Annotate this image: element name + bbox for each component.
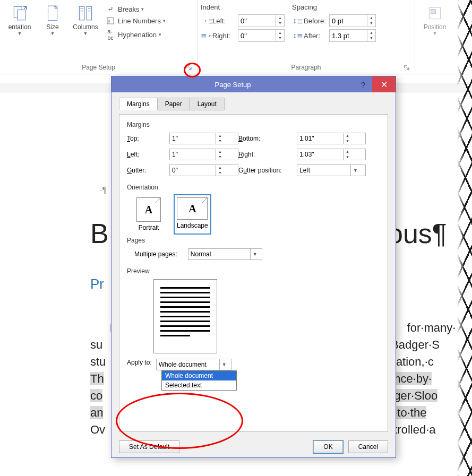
close-button[interactable]: ✕ — [372, 76, 396, 92]
spin-down-icon[interactable]: ▼ — [276, 36, 284, 41]
left-spin[interactable]: ▲▼ — [169, 149, 238, 160]
spin-up-icon[interactable]: ▲ — [216, 133, 224, 139]
paragraph-group-label: Paragraph — [201, 63, 411, 73]
bottom-input[interactable] — [297, 133, 343, 144]
indent-left-label: Left: — [212, 17, 238, 25]
right-spin[interactable]: ▲▼ — [297, 149, 366, 160]
spin-up-icon[interactable]: ▲ — [216, 149, 224, 154]
spin-down-icon[interactable]: ▼ — [216, 154, 224, 160]
spin-down-icon[interactable]: ▼ — [216, 139, 224, 144]
indent-right-spin[interactable]: ▲▼ — [238, 29, 285, 42]
spacing-after-icon: ↕≣ — [292, 31, 304, 40]
orientation-portrait[interactable]: A Portrait — [134, 195, 163, 233]
multiple-pages-combo[interactable]: ▼ — [188, 248, 262, 260]
section-preview: Preview — [127, 267, 380, 275]
left-input[interactable] — [170, 149, 216, 160]
indent-left-icon: →≣ — [201, 16, 212, 25]
orientation-button[interactable]: entation ▼ — [3, 2, 36, 63]
spin-up-icon[interactable]: ▲ — [344, 149, 351, 154]
gutter-pos-label: Gutter position: — [238, 167, 297, 174]
spin-up-icon[interactable]: ▲ — [276, 30, 284, 36]
indent-left-input[interactable] — [238, 17, 276, 25]
chevron-down-icon: ▼ — [50, 31, 55, 36]
preview-thumbnail — [153, 279, 217, 353]
gutter-pos-input[interactable] — [297, 167, 350, 174]
cancel-button[interactable]: Cancel — [348, 440, 388, 453]
spacing-before-input[interactable] — [330, 17, 367, 25]
chevron-down-icon: ▼ — [18, 31, 22, 36]
position-button[interactable]: Position ▼ — [418, 2, 451, 63]
indent-left-row: →≣ Left: ▲▼ — [201, 13, 285, 28]
spin-up-icon[interactable]: ▲ — [276, 15, 284, 21]
pilcrow-icon: ·¶ — [100, 186, 107, 195]
top-spin[interactable]: ▲▼ — [169, 133, 238, 144]
spacing-after-input[interactable] — [330, 32, 367, 40]
svg-text:2: 2 — [108, 21, 110, 24]
portrait-thumb-icon: A — [136, 197, 161, 222]
spin-up-icon[interactable]: ▲ — [216, 165, 224, 170]
section-margins: Margins — [127, 121, 380, 128]
chevron-down-icon[interactable]: ▼ — [350, 165, 360, 176]
multiple-pages-label: Multiple pages: — [134, 250, 177, 258]
apply-to-combo[interactable]: ▼ — [156, 359, 231, 370]
top-input[interactable] — [170, 133, 216, 144]
chevron-down-icon[interactable]: ▼ — [219, 359, 229, 370]
apply-to-row: Apply to: ▼ Whole document Selected text — [127, 359, 380, 370]
right-input[interactable] — [297, 149, 343, 160]
spin-down-icon[interactable]: ▼ — [367, 36, 375, 41]
gutter-pos-combo[interactable]: ▼ — [297, 165, 366, 176]
position-icon — [426, 4, 444, 22]
set-as-default-button[interactable]: Set As Default — [119, 440, 179, 453]
spin-up-icon[interactable]: ▲ — [344, 133, 351, 139]
orientation-landscape[interactable]: A Landscape — [175, 195, 210, 233]
spin-down-icon[interactable]: ▼ — [344, 154, 351, 160]
spin-down-icon[interactable]: ▼ — [276, 21, 284, 26]
spin-up-icon[interactable]: ▲ — [367, 15, 375, 21]
ok-button[interactable]: OK — [313, 440, 342, 453]
breaks-label: Breaks — [118, 5, 139, 13]
gutter-input[interactable] — [170, 165, 216, 176]
columns-label: Columns — [73, 23, 98, 31]
spacing-before-icon: ↕≣ — [292, 16, 304, 25]
line-numbers-menu[interactable]: 12 Line Numbers ▾ — [104, 15, 167, 27]
help-button[interactable]: ? — [354, 76, 372, 92]
apply-option-selected-text[interactable]: Selected text — [162, 380, 236, 390]
breaks-menu[interactable]: ⤶ Breaks ▾ — [104, 3, 167, 15]
apply-option-whole-document[interactable]: Whole document — [162, 371, 236, 380]
spin-down-icon[interactable]: ▼ — [344, 139, 351, 144]
spin-up-icon[interactable]: ▲ — [367, 30, 375, 36]
multiple-pages-input[interactable] — [188, 250, 250, 258]
chevron-down-icon[interactable]: ▼ — [250, 249, 260, 259]
size-button[interactable]: Size ▼ — [36, 2, 69, 63]
spin-down-icon[interactable]: ▼ — [367, 21, 375, 26]
indent-left-spin[interactable]: ▲▼ — [238, 14, 285, 27]
orientation-icon — [11, 4, 29, 22]
tab-paper[interactable]: Paper — [157, 98, 190, 110]
tab-margins[interactable]: Margins — [119, 98, 158, 110]
chevron-down-icon: ▾ — [163, 18, 166, 23]
right-label: Right: — [238, 151, 297, 158]
spin-down-icon[interactable]: ▼ — [216, 170, 224, 176]
dialog-body: Margins Paper Layout Margins Top: ▲▼ Bot… — [111, 92, 396, 436]
bottom-label: Bottom: — [238, 135, 297, 142]
top-label: Top: — [127, 135, 169, 142]
orientation-label: entation — [8, 23, 31, 31]
dialog-titlebar[interactable]: Page Setup ? ✕ — [111, 76, 396, 92]
columns-button[interactable]: Columns ▼ — [69, 2, 102, 63]
doc-h2-left: Pr — [90, 276, 104, 292]
page-setup-launcher[interactable] — [185, 64, 193, 72]
chevron-down-icon: ▾ — [141, 6, 144, 12]
chevron-down-icon: ▼ — [433, 31, 437, 36]
paragraph-launcher[interactable] — [403, 64, 410, 72]
spacing-before-spin[interactable]: ▲▼ — [329, 14, 376, 27]
hyphenation-menu[interactable]: a-bc Hyphenation ▾ — [104, 27, 167, 42]
spacing-before-label: Before: — [304, 17, 329, 25]
tab-layout[interactable]: Layout — [190, 98, 225, 110]
gutter-spin[interactable]: ▲▼ — [169, 165, 238, 176]
ribbon: entation ▼ Size ▼ Columns ▼ ⤶ B — [0, 0, 472, 74]
bottom-spin[interactable]: ▲▼ — [297, 133, 366, 144]
apply-to-input[interactable] — [157, 361, 219, 368]
indent-right-input[interactable] — [238, 32, 276, 40]
spacing-after-spin[interactable]: ▲▼ — [329, 29, 376, 42]
breaks-icon: ⤶ — [105, 5, 116, 13]
